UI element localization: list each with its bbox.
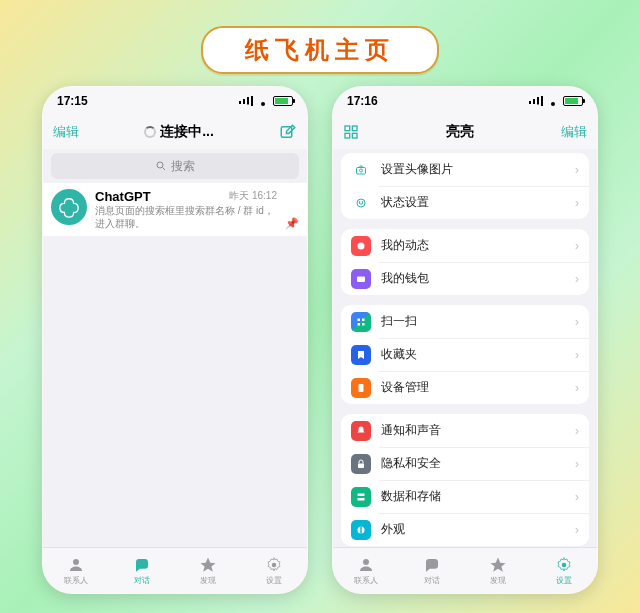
settings-icon: [555, 556, 573, 574]
status-time: 17:15: [57, 94, 88, 108]
phone-chats: 17:15 编辑 连接中... 搜索: [42, 86, 308, 594]
nav-title-text: 连接中...: [160, 123, 214, 141]
svg-rect-15: [358, 318, 361, 321]
settings-row[interactable]: 设置头像图片›: [341, 153, 589, 186]
chevron-right-icon: ›: [575, 457, 579, 471]
nav-title: 亮亮: [446, 123, 474, 141]
qr-icon[interactable]: [343, 124, 359, 140]
row-label: 设置头像图片: [381, 161, 565, 178]
tab-bar: 联系人 对话 发现 设置: [333, 547, 597, 593]
settings-row[interactable]: 我的钱包›: [341, 262, 589, 295]
lock-icon: [351, 454, 371, 474]
tab-label: 对话: [134, 575, 150, 586]
svg-rect-19: [359, 384, 364, 392]
status-icon: [351, 193, 371, 213]
tab-discover[interactable]: 发现: [175, 548, 241, 593]
svg-point-12: [362, 201, 363, 202]
edit-button[interactable]: 编辑: [53, 123, 79, 141]
row-label: 通知和声音: [381, 422, 565, 439]
tab-contacts[interactable]: 联系人: [43, 548, 109, 593]
settings-row[interactable]: 通知和声音›: [341, 414, 589, 447]
chat-row[interactable]: ChatGPT 昨天 16:12 消息页面的搜索框里搜索群名称 / 群 id，进…: [43, 183, 307, 236]
row-label: 我的钱包: [381, 270, 565, 287]
settings-row[interactable]: 状态设置›: [341, 186, 589, 219]
signal-icon: [529, 96, 543, 106]
battery-icon: [563, 96, 583, 106]
settings-row[interactable]: 设备管理›: [341, 371, 589, 404]
svg-point-3: [272, 562, 277, 567]
chevron-right-icon: ›: [575, 523, 579, 537]
tab-label: 设置: [266, 575, 282, 586]
row-label: 数据和存储: [381, 488, 565, 505]
svg-rect-7: [352, 133, 357, 138]
tab-chats[interactable]: 对话: [109, 548, 175, 593]
loading-spinner-icon: [144, 126, 156, 138]
chevron-right-icon: ›: [575, 239, 579, 253]
svg-rect-8: [357, 167, 366, 174]
svg-rect-20: [358, 463, 364, 468]
settings-icon: [265, 556, 283, 574]
appearance-icon: [351, 520, 371, 540]
svg-rect-17: [358, 323, 361, 326]
chevron-right-icon: ›: [575, 490, 579, 504]
settings-card: 通知和声音›隐私和安全›数据和存储›外观›: [341, 414, 589, 546]
settings-row[interactable]: 收藏夹›: [341, 338, 589, 371]
signal-icon: [239, 96, 253, 106]
settings-row[interactable]: 隐私和安全›: [341, 447, 589, 480]
bookmark-icon: [351, 345, 371, 365]
tab-settings[interactable]: 设置: [531, 548, 597, 593]
chat-time: 昨天 16:12: [229, 189, 277, 204]
chat-subtitle: 消息页面的搜索框里搜索群名称 / 群 id，进入群聊。: [95, 204, 277, 230]
row-label: 隐私和安全: [381, 455, 565, 472]
search-input[interactable]: 搜索: [51, 153, 299, 179]
camera-icon: [351, 160, 371, 180]
tab-label: 发现: [490, 575, 506, 586]
chat-avatar-icon: [51, 189, 87, 225]
storage-icon: [351, 487, 371, 507]
page-banner: 纸飞机主页: [201, 26, 439, 74]
tab-discover[interactable]: 发现: [465, 548, 531, 593]
tab-label: 发现: [200, 575, 216, 586]
search-icon: [155, 160, 167, 172]
row-label: 收藏夹: [381, 346, 565, 363]
svg-point-2: [73, 559, 79, 565]
chat-list: ChatGPT 昨天 16:12 消息页面的搜索框里搜索群名称 / 群 id，进…: [43, 183, 307, 547]
tab-settings[interactable]: 设置: [241, 548, 307, 593]
tab-chats[interactable]: 对话: [399, 548, 465, 593]
svg-point-9: [360, 169, 363, 172]
settings-card: 设置头像图片›状态设置›: [341, 153, 589, 219]
svg-rect-6: [345, 133, 350, 138]
svg-point-10: [357, 199, 365, 207]
contacts-icon: [67, 556, 85, 574]
svg-rect-22: [358, 498, 365, 501]
svg-rect-14: [357, 276, 365, 282]
settings-row[interactable]: 扫一扫›: [341, 305, 589, 338]
tab-contacts[interactable]: 联系人: [333, 548, 399, 593]
svg-point-11: [359, 201, 360, 202]
row-label: 外观: [381, 521, 565, 538]
banner-title: 纸飞机主页: [245, 34, 395, 66]
status-bar: 17:16: [333, 87, 597, 115]
svg-point-1: [157, 162, 163, 168]
row-label: 扫一扫: [381, 313, 565, 330]
svg-point-25: [562, 562, 567, 567]
row-label: 设备管理: [381, 379, 565, 396]
svg-point-24: [363, 559, 369, 565]
compose-icon[interactable]: [279, 123, 297, 141]
tab-bar: 联系人 对话 发现 设置: [43, 547, 307, 593]
edit-button[interactable]: 编辑: [561, 123, 587, 141]
moments-icon: [351, 236, 371, 256]
row-label: 我的动态: [381, 237, 565, 254]
wallet-icon: [351, 269, 371, 289]
settings-row[interactable]: 我的动态›: [341, 229, 589, 262]
settings-card: 扫一扫›收藏夹›设备管理›: [341, 305, 589, 404]
tab-label: 联系人: [64, 575, 88, 586]
settings-list[interactable]: 设置头像图片›状态设置›我的动态›我的钱包›扫一扫›收藏夹›设备管理›通知和声音…: [333, 149, 597, 547]
chevron-right-icon: ›: [575, 424, 579, 438]
pin-icon: 📌: [285, 217, 299, 230]
wifi-icon: [547, 96, 559, 106]
settings-row[interactable]: 数据和存储›: [341, 480, 589, 513]
settings-row[interactable]: 外观›: [341, 513, 589, 546]
svg-rect-16: [362, 318, 365, 321]
status-indicators: [529, 96, 583, 106]
